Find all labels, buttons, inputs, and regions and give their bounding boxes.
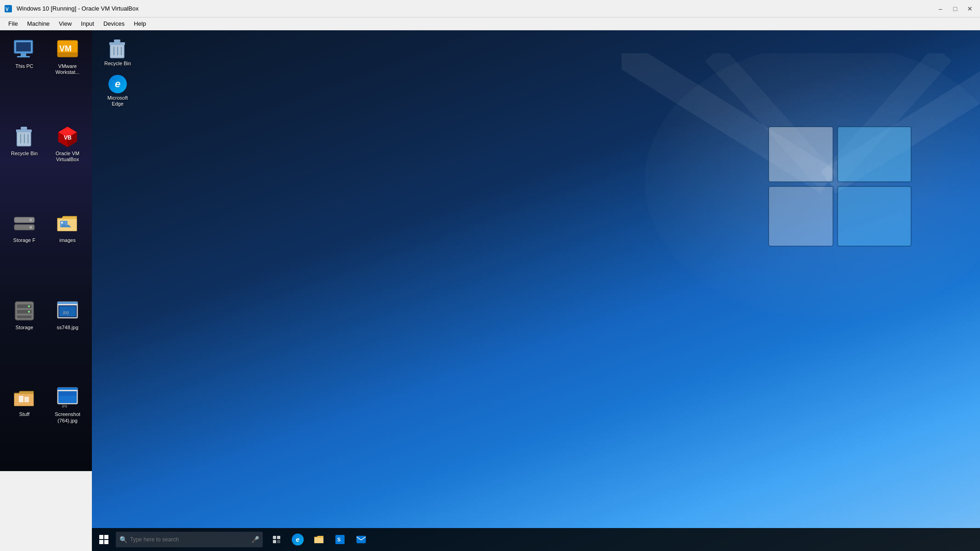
svg-rect-10 <box>16 129 32 132</box>
svg-rect-35 <box>57 302 78 304</box>
svg-point-22 <box>29 219 32 221</box>
host-icon-storage-label: Storage <box>16 325 34 331</box>
host-icon-storage-f-label: Storage F <box>13 237 35 243</box>
host-icon-storage[interactable]: Storage <box>4 295 45 381</box>
windows-start-icon <box>99 534 109 545</box>
store-icon: S <box>335 534 345 545</box>
screenshot764-icon: .jpg <box>56 386 79 410</box>
task-view-icon <box>272 535 281 544</box>
menu-devices[interactable]: Devices <box>99 18 129 29</box>
start-button[interactable] <box>94 529 114 550</box>
microsoft-edge-icon: e <box>108 75 127 93</box>
svg-rect-31 <box>17 315 32 318</box>
host-icon-ss748-label: ss748.jpg <box>57 325 78 331</box>
search-icon: 🔍 <box>119 536 127 543</box>
edge-taskbar-icon: e <box>292 534 304 545</box>
minimize-button[interactable]: – <box>934 3 947 14</box>
vm-screen: This PC VM VMware Workstat... <box>0 30 980 551</box>
svg-rect-57 <box>109 42 125 45</box>
svg-rect-39 <box>14 394 34 406</box>
menu-bar: File Machine View Input Devices Help <box>0 17 980 30</box>
svg-rect-8 <box>57 52 78 57</box>
oracle-vm-icon: VB <box>56 125 79 149</box>
vmware-icon: VM <box>56 39 79 61</box>
host-icon-recycle-bin[interactable]: Recycle Bin <box>4 121 45 207</box>
vm-recycle-bin-icon <box>108 39 128 61</box>
svg-point-32 <box>28 305 30 307</box>
svg-rect-4 <box>21 53 26 56</box>
windows-logo-svg <box>622 53 980 338</box>
svg-rect-62 <box>99 535 103 539</box>
vbox-icon: V <box>4 4 13 13</box>
svg-point-33 <box>28 311 30 313</box>
svg-rect-40 <box>19 396 23 402</box>
host-sidebar: This PC VM VMware Workstat... <box>0 30 92 471</box>
svg-rect-52 <box>769 127 833 182</box>
svg-rect-73 <box>357 536 366 543</box>
svg-text:.jpg: .jpg <box>62 310 69 315</box>
menu-help[interactable]: Help <box>129 18 151 29</box>
svg-text:VB: VB <box>64 135 72 141</box>
menu-view[interactable]: View <box>54 18 76 29</box>
mail-icon <box>356 535 366 544</box>
host-icon-oracle-vm[interactable]: VB Oracle VM VirtualBox <box>47 121 88 207</box>
svg-rect-5 <box>17 56 30 57</box>
ss748-icon: .jpg <box>56 300 79 322</box>
host-icon-stuff-label: Stuff <box>19 411 29 417</box>
svg-point-27 <box>61 222 63 224</box>
host-icon-oracle-vm-label: Oracle VM VirtualBox <box>49 151 86 163</box>
taskbar: 🔍 🎤 e <box>92 528 980 551</box>
taskbar-task-view[interactable] <box>266 529 287 550</box>
svg-text:V: V <box>6 7 9 12</box>
host-icon-stuff[interactable]: Stuff <box>4 382 45 467</box>
svg-rect-65 <box>104 540 108 544</box>
this-pc-icon <box>12 39 36 61</box>
svg-text:VM: VM <box>59 44 72 53</box>
host-icon-images[interactable]: images <box>47 208 88 293</box>
svg-rect-55 <box>838 186 911 246</box>
recycle-bin-host-icon <box>13 125 35 149</box>
svg-rect-68 <box>273 540 276 543</box>
menu-machine[interactable]: Machine <box>23 18 54 29</box>
vm-microsoft-edge-label: Microsoft Edge <box>101 95 134 107</box>
menu-file[interactable]: File <box>4 18 23 29</box>
svg-rect-3 <box>16 42 31 51</box>
menu-input[interactable]: Input <box>76 18 99 29</box>
svg-rect-54 <box>769 186 833 246</box>
host-icon-this-pc[interactable]: This PC <box>4 34 45 119</box>
host-icon-ss748[interactable]: .jpg ss748.jpg <box>47 295 88 381</box>
host-icon-this-pc-label: This PC <box>15 63 33 69</box>
maximize-button[interactable]: □ <box>949 3 962 14</box>
svg-text:S: S <box>337 537 340 542</box>
host-icon-recycle-bin-label: Recycle Bin <box>11 151 38 157</box>
search-bar[interactable]: 🔍 🎤 <box>116 532 263 547</box>
microphone-icon[interactable]: 🎤 <box>251 536 259 543</box>
storage-icon <box>12 299 36 323</box>
close-button[interactable]: ✕ <box>963 3 976 14</box>
host-icon-vmware-label: VMware Workstat... <box>49 63 86 75</box>
svg-point-23 <box>29 226 32 229</box>
svg-rect-66 <box>273 536 276 539</box>
svg-rect-70 <box>314 538 323 543</box>
taskbar-store[interactable]: S <box>330 529 350 550</box>
search-input[interactable] <box>130 536 249 543</box>
host-icon-vmware[interactable]: VM VMware Workstat... <box>47 34 88 119</box>
host-icon-storage-f[interactable]: Storage F <box>4 208 45 293</box>
taskbar-icons: e S <box>266 529 371 550</box>
stuff-folder-icon <box>12 387 36 409</box>
host-icon-screenshot764-label: Screenshot (764).jpg <box>49 411 86 423</box>
vm-icon-recycle-bin[interactable]: Recycle Bin <box>99 38 136 68</box>
host-icon-screenshot764[interactable]: .jpg Screenshot (764).jpg <box>47 382 88 467</box>
vm-desktop-icons: Recycle Bin e Microsoft Edge <box>99 38 136 109</box>
svg-rect-53 <box>838 127 911 182</box>
vm-recycle-bin-label: Recycle Bin <box>104 61 131 67</box>
svg-text:.jpg: .jpg <box>61 404 67 408</box>
taskbar-edge[interactable]: e <box>288 529 308 550</box>
file-explorer-icon <box>314 535 324 544</box>
svg-rect-67 <box>277 536 280 539</box>
host-icon-images-label: images <box>59 237 75 243</box>
vm-icon-microsoft-edge[interactable]: e Microsoft Edge <box>99 72 136 109</box>
taskbar-mail[interactable] <box>351 529 371 550</box>
taskbar-file-explorer[interactable] <box>309 529 329 550</box>
svg-rect-64 <box>99 540 103 544</box>
